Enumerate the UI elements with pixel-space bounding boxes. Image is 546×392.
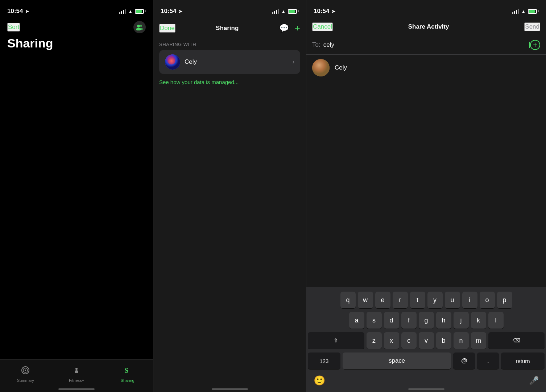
key-f[interactable]: f: [401, 312, 417, 329]
summary-tab-icon: [21, 366, 30, 377]
key-return[interactable]: return: [501, 353, 545, 369]
key-d[interactable]: d: [384, 312, 399, 329]
keyboard[interactable]: q w e r t y u i o p a s d f g h j k l ⇧ …: [306, 287, 546, 392]
key-y[interactable]: y: [427, 292, 443, 308]
panel1-content: [0, 50, 153, 359]
key-v[interactable]: v: [419, 332, 434, 349]
key-l[interactable]: l: [488, 312, 504, 329]
key-b[interactable]: b: [436, 332, 451, 349]
panel2-nav: Done Sharing 💬 +: [153, 17, 306, 38]
key-k[interactable]: k: [471, 312, 486, 329]
page-title-1: Sharing: [0, 33, 153, 50]
send-button[interactable]: Send: [524, 22, 540, 31]
status-icons-1: ▲: [119, 9, 146, 14]
contact-avatar-cely: [165, 54, 180, 70]
manage-data-link[interactable]: See how your data is managed...: [153, 74, 306, 90]
panel3-nav: Cancel Share Activity Send: [306, 17, 546, 36]
emoji-key[interactable]: 🙂: [314, 375, 325, 386]
signal-icon-2: [272, 9, 279, 14]
add-icon[interactable]: +: [295, 22, 300, 34]
wifi-icon-1: ▲: [128, 9, 133, 14]
tab-summary[interactable]: Summary: [0, 366, 51, 383]
key-at[interactable]: @: [453, 353, 475, 369]
cancel-button[interactable]: Cancel: [312, 22, 333, 31]
panel-sharing-detail: 10:54 ➤ ▲ Done Sharing 💬 + SHARING WITH: [153, 0, 306, 392]
key-t[interactable]: t: [410, 292, 425, 308]
cely-sharing-row[interactable]: Cely ›: [159, 50, 300, 74]
key-c[interactable]: c: [401, 332, 417, 349]
keyboard-accessory-row: 🙂 🎤: [308, 372, 545, 391]
home-indicator-3: [408, 388, 444, 390]
svg-point-6: [25, 370, 26, 371]
panel1-header: Sort: [0, 17, 153, 33]
key-h[interactable]: h: [436, 312, 451, 329]
key-u[interactable]: u: [445, 292, 460, 308]
key-r[interactable]: r: [393, 292, 408, 308]
location-icon-2: ➤: [178, 9, 182, 14]
people-icon-button[interactable]: [133, 21, 146, 33]
key-e[interactable]: e: [375, 292, 390, 308]
to-field[interactable]: To: cely +: [306, 36, 546, 55]
key-123[interactable]: 123: [308, 353, 340, 369]
suggestion-row-cely[interactable]: Cely: [306, 55, 546, 81]
to-value: cely: [323, 41, 529, 49]
done-button[interactable]: Done: [159, 24, 175, 33]
sort-button[interactable]: Sort: [7, 23, 20, 32]
home-indicator-2: [212, 388, 248, 390]
suggestion-name: Cely: [335, 64, 347, 71]
key-i[interactable]: i: [462, 292, 477, 308]
tab-sharing[interactable]: S Sharing: [102, 366, 153, 383]
to-input[interactable]: cely: [323, 41, 530, 49]
svg-point-7: [75, 368, 78, 370]
panel2-title: Sharing: [216, 25, 239, 32]
key-j[interactable]: j: [454, 312, 469, 329]
microphone-key[interactable]: 🎤: [529, 376, 539, 385]
key-z[interactable]: z: [367, 332, 382, 349]
key-g[interactable]: g: [419, 312, 434, 329]
chat-icon[interactable]: 💬: [279, 24, 289, 33]
key-w[interactable]: w: [358, 292, 373, 308]
key-q[interactable]: q: [340, 292, 356, 308]
key-n[interactable]: n: [454, 332, 469, 349]
svg-point-9: [165, 54, 180, 70]
nav-actions: 💬 +: [279, 22, 300, 34]
battery-icon-3: [528, 9, 539, 14]
svg-point-10: [312, 59, 330, 76]
keyboard-row-3: ⇧ z x c v b n m ⌫: [308, 332, 545, 349]
key-x[interactable]: x: [384, 332, 399, 349]
panel-share-activity: 10:54 ➤ ▲ Cancel Share Activity Send To:…: [306, 0, 546, 392]
tab-fitness[interactable]: Fitness+: [51, 366, 102, 383]
key-dot[interactable]: .: [477, 353, 499, 369]
to-label: To:: [312, 41, 320, 49]
key-a[interactable]: a: [349, 312, 364, 329]
time-display-2: 10:54 ➤: [161, 8, 182, 15]
key-delete[interactable]: ⌫: [488, 332, 545, 349]
status-icons-3: ▲: [512, 9, 539, 14]
add-recipient-button[interactable]: +: [530, 40, 540, 50]
status-bar-2: 10:54 ➤ ▲: [153, 0, 306, 17]
chevron-right-icon: ›: [293, 59, 294, 65]
svg-point-3: [139, 28, 143, 30]
key-space[interactable]: space: [343, 353, 451, 369]
wifi-icon-3: ▲: [521, 9, 526, 14]
status-bar-3: 10:54 ➤ ▲: [306, 0, 546, 17]
panel2-bottom: [153, 390, 306, 392]
keyboard-row-1: q w e r t y u i o p: [308, 292, 545, 308]
key-p[interactable]: p: [497, 292, 512, 308]
summary-tab-label: Summary: [17, 378, 34, 383]
people-icon: [136, 24, 144, 30]
wifi-icon-2: ▲: [281, 9, 286, 14]
key-shift[interactable]: ⇧: [308, 332, 364, 349]
home-indicator-1: [58, 388, 95, 390]
sharing-with-header: SHARING WITH: [153, 38, 306, 50]
key-m[interactable]: m: [471, 332, 486, 349]
tab-bar-1: Summary Fitness+ S Sharing: [0, 359, 153, 392]
sharing-tab-label: Sharing: [121, 378, 135, 383]
signal-icon-3: [512, 9, 519, 14]
svg-point-1: [140, 25, 142, 27]
status-icons-2: ▲: [272, 9, 299, 14]
key-s[interactable]: s: [367, 312, 382, 329]
contact-name-cely: Cely: [185, 58, 197, 66]
key-o[interactable]: o: [480, 292, 495, 308]
panel-sharing-main: 10:54 ➤ ▲ Sort: [0, 0, 153, 392]
